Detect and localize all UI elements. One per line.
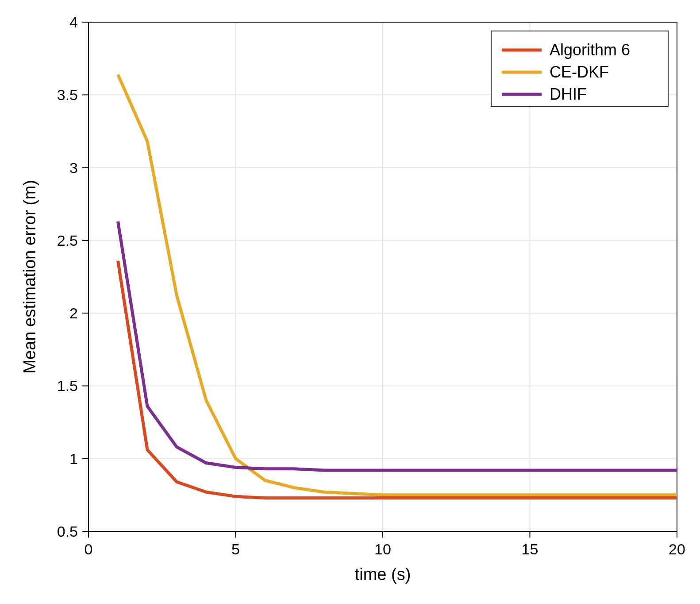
series-line	[118, 74, 677, 495]
y-tick-label: 1.5	[57, 377, 78, 394]
y-axis-label: Mean estimation error (m)	[20, 180, 39, 373]
line-chart: 051015200.511.522.533.54time (s)Mean est…	[0, 0, 700, 604]
series-line	[118, 221, 677, 470]
y-tick-label: 1	[69, 450, 78, 467]
legend-label: Algorithm 6	[550, 41, 630, 59]
x-tick-label: 15	[522, 541, 538, 558]
x-tick-label: 5	[231, 541, 240, 558]
y-tick-label: 2	[69, 305, 78, 321]
y-tick-label: 0.5	[57, 523, 78, 540]
x-axis-label: time (s)	[355, 565, 411, 584]
y-tick-label: 4	[69, 14, 78, 31]
legend-label: CE-DKF	[550, 63, 609, 81]
y-tick-label: 2.5	[57, 232, 78, 249]
chart-container: 051015200.511.522.533.54time (s)Mean est…	[0, 0, 700, 604]
x-tick-label: 0	[85, 541, 93, 558]
x-tick-label: 10	[374, 541, 391, 558]
x-tick-label: 20	[669, 541, 685, 558]
y-tick-label: 3	[69, 159, 78, 176]
legend-label: DHIF	[550, 85, 587, 103]
y-tick-label: 3.5	[57, 86, 78, 103]
